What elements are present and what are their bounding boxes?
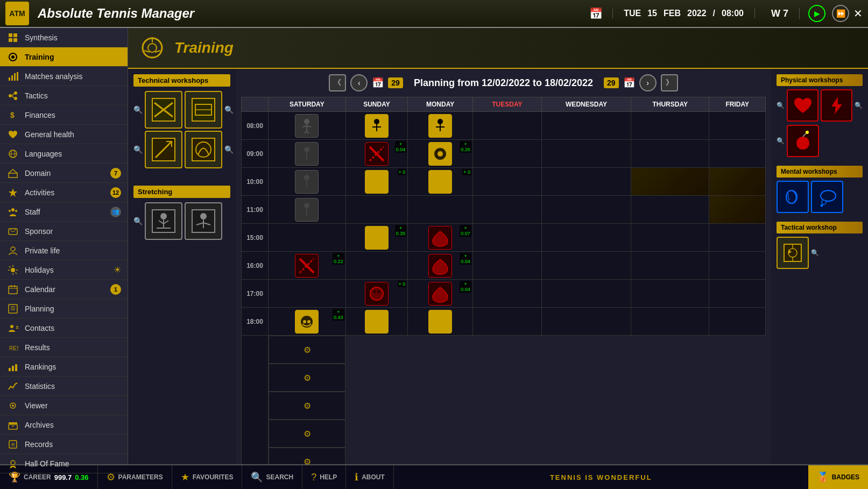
sidebar-item-archives[interactable]: Archives	[0, 415, 128, 435]
mental-item-brain[interactable]	[777, 181, 809, 213]
workshop-item-2[interactable]	[185, 91, 222, 129]
cell-mon-1700[interactable]: +0.04	[408, 280, 473, 308]
sidebar-item-languages[interactable]: Languages	[0, 144, 128, 164]
mon-0800-icon[interactable]	[428, 114, 452, 138]
sidebar-item-activities[interactable]: Activities 12	[0, 183, 128, 202]
cell-sun-1800[interactable]	[345, 308, 408, 336]
tactical-magnify[interactable]: 🔍	[811, 249, 819, 257]
sat-1600-icon[interactable]	[295, 254, 319, 278]
phys-item-heart[interactable]	[787, 89, 818, 122]
atm-logo[interactable]: ATM	[5, 2, 29, 25]
mon-bottom[interactable]: ⚙	[269, 392, 345, 420]
play-button[interactable]: ▶	[808, 5, 825, 22]
sat-bottom[interactable]: ⚙	[269, 336, 345, 364]
stretch-magnify-1[interactable]: 🔍	[133, 217, 143, 225]
cell-sun-1500[interactable]: +0.35	[345, 224, 408, 252]
footer-about[interactable]: ℹ ABOUT	[346, 465, 394, 489]
mon-1700-icon[interactable]	[428, 282, 452, 306]
phys-item-bomb[interactable]	[787, 125, 819, 157]
nav-double-prev[interactable]: 《	[329, 74, 346, 91]
sidebar-item-planning[interactable]: Planning	[0, 299, 128, 318]
tactical-item-1[interactable]	[777, 237, 809, 269]
cell-sun-0900[interactable]: +0.04	[345, 140, 408, 168]
sat-0900-icon[interactable]	[295, 142, 319, 166]
sun-0900-icon[interactable]	[365, 142, 389, 166]
phys-item-lightning[interactable]	[821, 89, 852, 122]
mental-item-thought[interactable]	[811, 181, 843, 213]
stretch-item-1[interactable]	[145, 202, 182, 240]
nav-double-next[interactable]: 》	[661, 74, 678, 91]
workshop-item-5[interactable]	[145, 131, 182, 168]
sun-bottom[interactable]: ⚙	[269, 364, 345, 392]
sidebar-item-holidays[interactable]: Holidays ☀	[0, 260, 128, 280]
cell-sun-1000[interactable]: + 0	[345, 168, 408, 196]
sidebar-item-private-life[interactable]: Private life	[0, 241, 128, 260]
sidebar-item-staff[interactable]: Staff 👥	[0, 202, 128, 222]
sat-1800-icon[interactable]	[295, 310, 319, 334]
magnify-icon-5[interactable]: 🔍	[133, 145, 143, 154]
footer-favourites[interactable]: ★ FAVOURITES	[172, 465, 243, 489]
phys-magnify-3[interactable]: 🔍	[777, 137, 785, 145]
sidebar-item-calendar[interactable]: Calendar 1	[0, 280, 128, 299]
sidebar-item-sponsor[interactable]: Sponsor	[0, 222, 128, 241]
wed-bottom[interactable]: ⚙	[269, 448, 345, 464]
sidebar-item-domain[interactable]: Domain 7	[0, 164, 128, 183]
cell-sat-1100[interactable]	[269, 196, 346, 224]
cell-mon-0800[interactable]	[408, 112, 473, 140]
phys-magnify-1[interactable]: 🔍	[777, 102, 785, 109]
stretch-item-2[interactable]	[185, 202, 222, 240]
cell-mon-1000[interactable]: + 0	[408, 168, 473, 196]
sun-1700-icon[interactable]	[365, 282, 389, 306]
cell-sun-0800[interactable]	[345, 112, 408, 140]
cell-sun-1700[interactable]: + 0	[345, 280, 408, 308]
sun-1500-icon[interactable]	[365, 226, 389, 250]
nav-prev[interactable]: ‹	[350, 74, 368, 91]
footer-badges[interactable]: 🥉 BADGES	[808, 465, 868, 489]
mon-1800-icon[interactable]	[428, 310, 452, 334]
cell-mon-1500[interactable]: +0.07	[408, 224, 473, 252]
tue-bottom[interactable]: ⚙	[269, 420, 345, 448]
sidebar-item-general-health[interactable]: General health	[0, 125, 128, 144]
sidebar-item-matches-analysis[interactable]: Matches analysis	[0, 67, 128, 86]
mon-1600-icon[interactable]	[428, 254, 452, 278]
sidebar-item-training[interactable]: Training	[0, 47, 128, 67]
magnify-icon-6[interactable]: 🔍	[224, 145, 234, 154]
phys-magnify-2[interactable]: 🔍	[855, 102, 863, 109]
cell-mon-0900[interactable]: +0.26	[408, 140, 473, 168]
sat-0800-icon[interactable]	[295, 114, 319, 138]
sun-1000-icon[interactable]	[365, 170, 389, 194]
close-button[interactable]: ✕	[853, 7, 863, 20]
cell-sat-1600[interactable]: +0.22	[269, 252, 346, 280]
cell-sat-0800[interactable]	[269, 112, 346, 140]
sidebar-item-synthesis[interactable]: Synthesis	[0, 28, 128, 47]
cell-sat-0900[interactable]	[269, 140, 346, 168]
sidebar-item-statistics[interactable]: Statistics	[0, 377, 128, 396]
sidebar-item-hall-of-fame[interactable]: Hall Of Fame	[0, 454, 128, 473]
footer-search[interactable]: 🔍 SEARCH	[242, 465, 302, 489]
cell-mon-1800[interactable]	[408, 308, 473, 336]
footer-help[interactable]: ? HELP	[302, 465, 346, 489]
sidebar-item-tactics[interactable]: Tactics	[0, 86, 128, 105]
sidebar-item-rankings[interactable]: Rankings	[0, 357, 128, 377]
workshop-item-1[interactable]	[145, 91, 182, 129]
sat-1100-icon[interactable]	[295, 198, 319, 222]
magnify-icon-2[interactable]: 🔍	[224, 105, 234, 114]
workshop-item-6[interactable]	[185, 131, 222, 168]
mon-1000-icon[interactable]	[428, 170, 452, 194]
nav-next[interactable]: ›	[639, 74, 657, 91]
sidebar-item-results[interactable]: RES Results	[0, 338, 128, 357]
sun-1800-icon[interactable]	[365, 310, 389, 334]
mon-1500-icon[interactable]	[428, 226, 452, 250]
sun-0800-icon[interactable]	[365, 114, 389, 138]
sidebar-item-finances[interactable]: $ Finances	[0, 105, 128, 125]
magnify-icon-1[interactable]: 🔍	[133, 105, 143, 114]
cell-sat-1800[interactable]: +0.43	[269, 308, 346, 336]
sidebar-item-viewer[interactable]: Viewer	[0, 396, 128, 415]
sidebar-item-contacts[interactable]: Contacts	[0, 318, 128, 338]
sidebar-item-records[interactable]: R Records	[0, 435, 128, 454]
skip-button[interactable]: ⏩	[832, 5, 849, 22]
cell-mon-1600[interactable]: +0.04	[408, 252, 473, 280]
mon-0900-icon[interactable]	[428, 142, 452, 166]
sat-1000-icon[interactable]	[295, 170, 319, 194]
cell-sat-1000[interactable]	[269, 168, 346, 196]
